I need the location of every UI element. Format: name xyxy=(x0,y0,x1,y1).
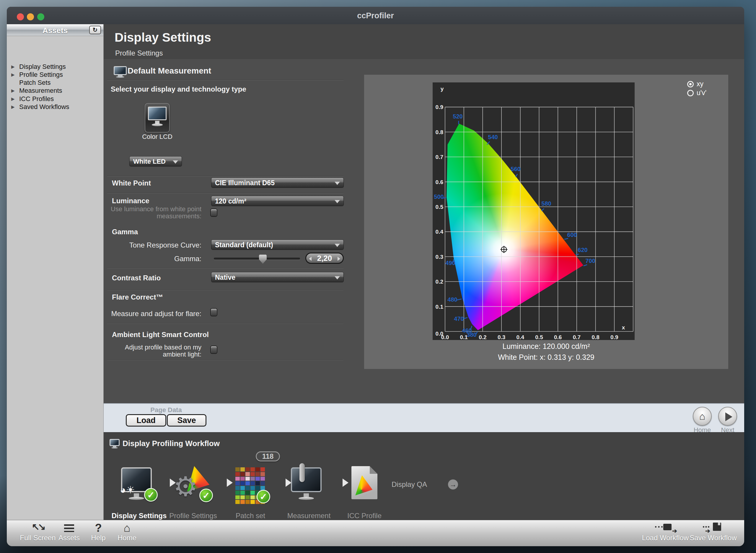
sidebar-item-icc-profiles[interactable]: ▶ ICC Profiles xyxy=(7,95,103,103)
monitor-icon xyxy=(109,439,119,446)
stepper-increment-icon[interactable] xyxy=(338,257,340,261)
white-point-label: White Point xyxy=(112,179,151,187)
step-done-check-icon: ✓ xyxy=(257,490,270,503)
gamma-slider[interactable] xyxy=(214,258,300,260)
workflow-step-label: Measurement xyxy=(276,511,341,520)
disclosure-triangle-icon[interactable]: ▶ xyxy=(11,104,15,109)
svg-text:0.6: 0.6 xyxy=(554,334,562,340)
svg-text:y: y xyxy=(441,86,444,92)
home-icon: ⌂ xyxy=(100,522,154,534)
svg-text:0.2: 0.2 xyxy=(436,279,443,285)
flare-checkbox[interactable] xyxy=(210,308,217,316)
next-button[interactable] xyxy=(718,407,737,426)
display-qa-label: Display QA xyxy=(392,480,427,489)
svg-text:0.5: 0.5 xyxy=(535,334,543,340)
disclosure-triangle-icon[interactable]: ▶ xyxy=(11,96,15,102)
svg-text:0.5: 0.5 xyxy=(436,204,443,210)
svg-text:0.4: 0.4 xyxy=(516,334,524,340)
svg-text:540: 540 xyxy=(488,134,498,140)
svg-text:490: 490 xyxy=(445,260,455,266)
assets-header: Assets ↻ xyxy=(7,24,103,36)
svg-text:0.0: 0.0 xyxy=(441,334,449,340)
svg-text:0.3: 0.3 xyxy=(436,254,443,260)
home-toolbar-button[interactable]: ⌂ Home xyxy=(100,522,154,542)
window-title: ccProfiler xyxy=(7,11,744,20)
app-window: ccProfiler Assets ↻ ▶ Display Settings ▶… xyxy=(7,7,744,546)
svg-text:0.2: 0.2 xyxy=(479,334,486,340)
flare-correct-section-label: Flare Correct™ xyxy=(112,293,163,301)
stepper-decrement-icon[interactable] xyxy=(309,257,312,261)
sidebar-item-measurements[interactable]: ▶ Measurements xyxy=(7,87,103,95)
step-done-check-icon: ✓ xyxy=(199,489,213,502)
use-luminance-checkbox[interactable] xyxy=(210,209,217,217)
home-button[interactable]: ⌂ xyxy=(693,407,712,426)
sidebar-item-profile-settings[interactable]: ▶ Profile Settings xyxy=(7,71,103,79)
refresh-icon[interactable]: ↻ xyxy=(89,26,101,34)
svg-text:620: 620 xyxy=(578,247,587,253)
white-point-dropdown[interactable]: CIE Illuminant D65 xyxy=(211,177,344,187)
settings-content: Default Measurement Select your display … xyxy=(104,59,744,403)
svg-text:0.9: 0.9 xyxy=(436,104,443,110)
page-title: Display Settings xyxy=(114,30,211,45)
chevron-down-icon xyxy=(335,200,340,203)
radio-unselected-icon[interactable] xyxy=(687,90,694,96)
svg-text:x: x xyxy=(622,324,625,330)
gamma-stepper[interactable]: 2,20 xyxy=(305,253,344,264)
svg-text:520: 520 xyxy=(453,113,463,120)
chevron-down-icon xyxy=(173,160,178,164)
save-workflow-button[interactable]: ➔ Save Workflow xyxy=(687,522,740,542)
display-type-button[interactable] xyxy=(145,103,170,133)
workflow-step-label: Patch set xyxy=(218,511,283,520)
page-header: Display Settings Profile Settings xyxy=(104,24,744,59)
ambient-section-label: Ambient Light Smart Control xyxy=(112,330,209,339)
bottom-toolbar: ↖↘ Full Screen Assets ? Help ⌂ Home ➔ Lo… xyxy=(7,520,744,546)
ambient-label: Adjust profile based on myambient light: xyxy=(109,344,201,358)
load-button[interactable]: Load xyxy=(126,414,166,426)
ambient-checkbox[interactable] xyxy=(210,345,217,354)
page-data-label: Page Data xyxy=(126,406,206,414)
brightness-icon: ◕☀ xyxy=(120,484,135,496)
workflow-step-icc-profile[interactable] xyxy=(342,466,387,504)
display-qa-arrow-button[interactable]: → xyxy=(448,479,458,489)
sidebar-item-saved-workflows[interactable]: ▶ Saved Workflows xyxy=(7,103,103,111)
profile-document-icon xyxy=(351,466,377,499)
workflow-step-display-settings[interactable]: ◕☀ ✓ xyxy=(117,466,161,504)
technology-type-dropdown[interactable]: White LED xyxy=(130,156,182,166)
load-workflow-button[interactable]: ➔ Load Workflow xyxy=(639,522,692,542)
display-type-label: Color LCD xyxy=(136,133,179,141)
svg-text:380: 380 xyxy=(467,331,476,338)
contrast-ratio-dropdown[interactable]: Native xyxy=(211,272,344,282)
disclosure-triangle-icon[interactable]: ▶ xyxy=(11,64,15,69)
gamma-slider-thumb[interactable] xyxy=(259,255,267,264)
chevron-down-icon xyxy=(335,244,340,247)
disclosure-triangle-icon[interactable]: ▶ xyxy=(11,72,15,77)
sidebar-item-display-settings[interactable]: ▶ Display Settings xyxy=(7,63,103,71)
luminance-label: Luminance xyxy=(112,197,150,205)
desktop: { "window": { "title": "ccProfiler" }, "… xyxy=(0,0,756,553)
workflow-step-measurement[interactable] xyxy=(287,466,331,504)
luminance-dropdown[interactable]: 120 cd/m² xyxy=(211,196,344,206)
svg-text:0.4: 0.4 xyxy=(436,229,443,235)
sidebar-item-patch-sets[interactable]: Patch Sets xyxy=(7,79,103,87)
svg-text:500: 500 xyxy=(434,193,443,200)
svg-text:0.8: 0.8 xyxy=(591,334,599,340)
svg-text:700: 700 xyxy=(585,258,595,264)
svg-text:600: 600 xyxy=(567,232,577,238)
tone-response-curve-dropdown[interactable]: Standard (default) xyxy=(211,240,344,250)
save-button[interactable]: Save xyxy=(167,414,206,426)
workflow-step-label: Profile Settings xyxy=(161,511,226,520)
svg-text:0.6: 0.6 xyxy=(436,179,443,185)
white-point-readout: White Point: x: 0.313 y: 0.329 xyxy=(364,353,728,362)
svg-text:0.3: 0.3 xyxy=(498,334,505,340)
gamma-section-label: Gamma xyxy=(112,228,138,236)
title-bar[interactable]: ccProfiler xyxy=(7,7,744,24)
disclosure-triangle-icon[interactable]: ▶ xyxy=(11,88,15,93)
gear-icon: ⚙ xyxy=(173,471,197,502)
svg-text:0.1: 0.1 xyxy=(436,304,443,310)
workflow-step-patch-set[interactable]: ✓ xyxy=(228,466,272,504)
assets-title: Assets xyxy=(7,26,103,35)
workflow-step-profile-settings[interactable]: ⚙ ✓ xyxy=(171,466,215,504)
assets-sidebar: Assets ↻ ▶ Display Settings ▶ Profile Se… xyxy=(7,24,104,520)
radio-selected-icon[interactable] xyxy=(687,81,694,87)
gamma-label: Gamma: xyxy=(109,255,201,263)
